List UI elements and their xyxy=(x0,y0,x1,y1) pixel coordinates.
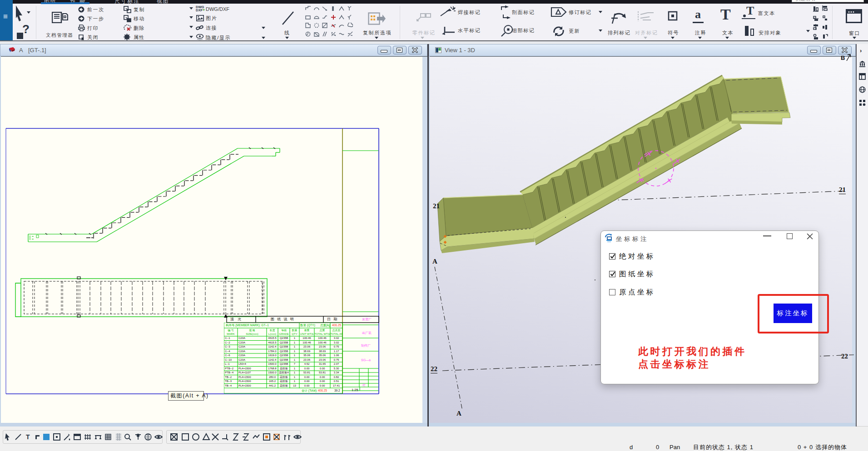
svg-text:T: T xyxy=(26,433,30,441)
